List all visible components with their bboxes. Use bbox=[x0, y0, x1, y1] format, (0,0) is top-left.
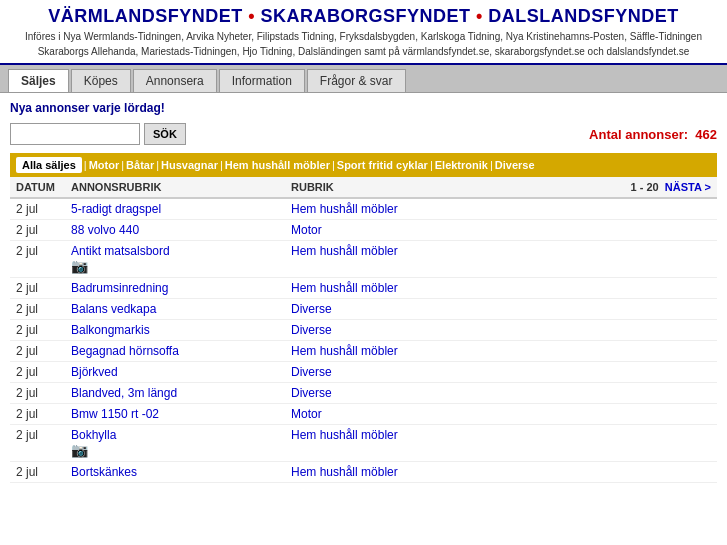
cat-separator-5: | bbox=[430, 159, 433, 171]
listings-body: 2 jul5-radigt dragspelHem hushåll möbler… bbox=[10, 198, 717, 483]
row-category-3: Hem hushåll möbler bbox=[285, 278, 528, 299]
row-title-link-6[interactable]: Begagnad hörnsoffa bbox=[71, 344, 179, 358]
row-category-6: Hem hushåll möbler bbox=[285, 341, 528, 362]
row-empty-2 bbox=[528, 241, 717, 278]
row-date-9: 2 jul bbox=[10, 404, 65, 425]
category-item-2[interactable]: Båtar bbox=[126, 159, 154, 171]
table-row: 2 julBjörkvedDiverse bbox=[10, 362, 717, 383]
row-title-link-4[interactable]: Balans vedkapa bbox=[71, 302, 156, 316]
col-title: ANNONSRUBRIK bbox=[65, 177, 285, 198]
nav-tab-s-ljes[interactable]: Säljes bbox=[8, 69, 69, 92]
category-item-6[interactable]: Elektronik bbox=[435, 159, 488, 171]
row-title-4: Balans vedkapa bbox=[65, 299, 285, 320]
row-date-0: 2 jul bbox=[10, 198, 65, 220]
page-info: 1 - 20 bbox=[631, 181, 659, 193]
table-row: 2 julBmw 1150 rt -02Motor bbox=[10, 404, 717, 425]
title-sep2: • bbox=[471, 6, 489, 26]
row-date-6: 2 jul bbox=[10, 341, 65, 362]
row-category-8: Diverse bbox=[285, 383, 528, 404]
nav-tab-fr-gor---svar[interactable]: Frågor & svar bbox=[307, 69, 406, 92]
row-title-link-2[interactable]: Antikt matsalsbord bbox=[71, 244, 170, 258]
row-title-5: Balkongmarkis bbox=[65, 320, 285, 341]
category-item-4[interactable]: Hem hushåll möbler bbox=[225, 159, 330, 171]
category-item-5[interactable]: Sport fritid cyklar bbox=[337, 159, 428, 171]
site-title: VÄRMLANDSFYNDET • SKARABORGSFYNDET • DAL… bbox=[10, 6, 717, 27]
row-empty-9 bbox=[528, 404, 717, 425]
col-category: RUBRIK bbox=[285, 177, 528, 198]
subtitle-line2: Skaraborgs Allehanda, Mariestads-Tidning… bbox=[10, 44, 717, 59]
search-row: SÖK Antal annonser: 462 bbox=[10, 123, 717, 145]
nav-tab-annonsera[interactable]: Annonsera bbox=[133, 69, 217, 92]
title-part1: VÄRMLANDSFYNDET bbox=[48, 6, 243, 26]
row-title-0: 5-radigt dragspel bbox=[65, 198, 285, 220]
title-sep1: • bbox=[243, 6, 261, 26]
title-part3: DALSLANDSFYNDET bbox=[488, 6, 679, 26]
ad-count-label: Antal annonser: bbox=[589, 127, 688, 142]
row-date-5: 2 jul bbox=[10, 320, 65, 341]
row-category-4: Diverse bbox=[285, 299, 528, 320]
camera-icon: 📷 bbox=[71, 442, 88, 458]
row-date-10: 2 jul bbox=[10, 425, 65, 462]
row-title-11: Bortskänkes bbox=[65, 462, 285, 483]
search-input[interactable] bbox=[10, 123, 140, 145]
row-title-link-7[interactable]: Björkved bbox=[71, 365, 118, 379]
row-empty-5 bbox=[528, 320, 717, 341]
row-empty-8 bbox=[528, 383, 717, 404]
row-category-7: Diverse bbox=[285, 362, 528, 383]
search-button[interactable]: SÖK bbox=[144, 123, 186, 145]
row-category-11: Hem hushåll möbler bbox=[285, 462, 528, 483]
row-title-link-8[interactable]: Blandved, 3m längd bbox=[71, 386, 177, 400]
cat-separator-1: | bbox=[121, 159, 124, 171]
col-date: DATUM bbox=[10, 177, 65, 198]
row-empty-3 bbox=[528, 278, 717, 299]
category-item-7[interactable]: Diverse bbox=[495, 159, 535, 171]
row-title-8: Blandved, 3m längd bbox=[65, 383, 285, 404]
row-title-1: 88 volvo 440 bbox=[65, 220, 285, 241]
row-title-3: Badrumsinredning bbox=[65, 278, 285, 299]
row-empty-4 bbox=[528, 299, 717, 320]
cat-separator-3: | bbox=[220, 159, 223, 171]
row-title-10: Bokhylla📷 bbox=[65, 425, 285, 462]
row-category-10: Hem hushåll möbler bbox=[285, 425, 528, 462]
row-title-9: Bmw 1150 rt -02 bbox=[65, 404, 285, 425]
row-date-3: 2 jul bbox=[10, 278, 65, 299]
row-title-link-1[interactable]: 88 volvo 440 bbox=[71, 223, 139, 237]
main-content: Nya annonser varje lördag! SÖK Antal ann… bbox=[0, 93, 727, 491]
row-title-link-10[interactable]: Bokhylla bbox=[71, 428, 116, 442]
table-row: 2 julAntikt matsalsbord📷Hem hushåll möbl… bbox=[10, 241, 717, 278]
row-category-0: Hem hushåll möbler bbox=[285, 198, 528, 220]
table-header: DATUM ANNONSRUBRIK RUBRIK 1 - 20 NÄSTA > bbox=[10, 177, 717, 198]
row-date-7: 2 jul bbox=[10, 362, 65, 383]
row-category-2: Hem hushåll möbler bbox=[285, 241, 528, 278]
cat-separator-6: | bbox=[490, 159, 493, 171]
nav-tab-information[interactable]: Information bbox=[219, 69, 305, 92]
table-row: 2 julBegagnad hörnsoffaHem hushåll möble… bbox=[10, 341, 717, 362]
next-page-link[interactable]: NÄSTA > bbox=[665, 181, 711, 193]
table-row: 2 julBlandved, 3m längdDiverse bbox=[10, 383, 717, 404]
nav-bar: SäljesKöpesAnnonseraInformationFrågor & … bbox=[0, 65, 727, 93]
row-empty-0 bbox=[528, 198, 717, 220]
row-empty-10 bbox=[528, 425, 717, 462]
category-item-0[interactable]: Alla säljes bbox=[16, 157, 82, 173]
row-date-1: 2 jul bbox=[10, 220, 65, 241]
camera-icon: 📷 bbox=[71, 258, 88, 274]
row-category-1: Motor bbox=[285, 220, 528, 241]
table-row: 2 jul5-radigt dragspelHem hushåll möbler bbox=[10, 198, 717, 220]
row-date-11: 2 jul bbox=[10, 462, 65, 483]
row-empty-1 bbox=[528, 220, 717, 241]
table-row: 2 julBadrumsinredningHem hushåll möbler bbox=[10, 278, 717, 299]
row-title-link-5[interactable]: Balkongmarkis bbox=[71, 323, 150, 337]
row-date-8: 2 jul bbox=[10, 383, 65, 404]
row-title-link-0[interactable]: 5-radigt dragspel bbox=[71, 202, 161, 216]
category-item-3[interactable]: Husvagnar bbox=[161, 159, 218, 171]
row-date-2: 2 jul bbox=[10, 241, 65, 278]
category-item-1[interactable]: Motor bbox=[89, 159, 120, 171]
table-row: 2 julBokhylla📷Hem hushåll möbler bbox=[10, 425, 717, 462]
row-empty-11 bbox=[528, 462, 717, 483]
row-title-2: Antikt matsalsbord📷 bbox=[65, 241, 285, 278]
row-title-link-3[interactable]: Badrumsinredning bbox=[71, 281, 168, 295]
row-title-link-9[interactable]: Bmw 1150 rt -02 bbox=[71, 407, 159, 421]
row-title-link-11[interactable]: Bortskänkes bbox=[71, 465, 137, 479]
nav-tab-k-pes[interactable]: Köpes bbox=[71, 69, 131, 92]
row-title-7: Björkved bbox=[65, 362, 285, 383]
